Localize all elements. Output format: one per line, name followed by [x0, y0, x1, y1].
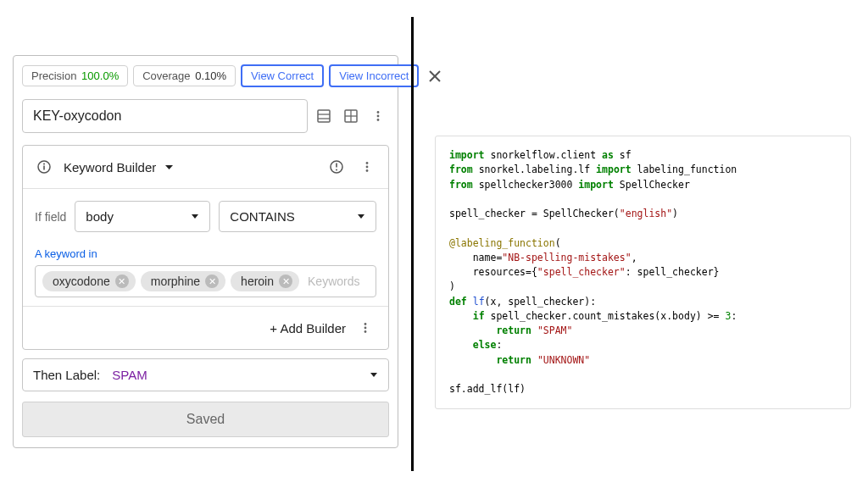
svg-rect-0	[318, 110, 330, 122]
add-more-icon[interactable]	[354, 317, 376, 339]
then-label-select[interactable]: Then Label: SPAM	[22, 358, 389, 391]
svg-rect-11	[43, 166, 45, 170]
precision-value: 100.0%	[81, 69, 119, 82]
view-correct-button[interactable]: View Correct	[241, 64, 324, 87]
svg-point-20	[364, 330, 367, 333]
warning-info-icon[interactable]	[326, 156, 348, 178]
keyword-builder: Keyword Builder If field body	[22, 145, 389, 350]
keywords-placeholder: Keywords	[304, 274, 359, 288]
builder-title: Keyword Builder	[64, 160, 156, 175]
chip-label: heroin	[241, 274, 274, 288]
svg-point-15	[366, 162, 369, 164]
field-select[interactable]: body	[75, 201, 210, 232]
chip-remove-icon[interactable]: ✕	[205, 274, 219, 288]
chip-remove-icon[interactable]: ✕	[115, 274, 129, 288]
svg-point-7	[377, 115, 380, 118]
info-icon[interactable]	[33, 156, 55, 178]
then-label-value: SPAM	[112, 368, 358, 382]
keyword-chip: oxycodone ✕	[42, 271, 136, 291]
precision-label: Precision	[31, 69, 76, 82]
chevron-down-icon[interactable]	[164, 163, 174, 172]
view-incorrect-button[interactable]: View Incorrect	[329, 64, 419, 87]
keywords-input[interactable]: oxycodone ✕ morphine ✕ heroin ✕ Keywords	[35, 265, 376, 297]
coverage-metric: Coverage 0.10%	[133, 65, 236, 86]
chevron-down-icon	[370, 371, 378, 380]
if-field-label: If field	[35, 210, 66, 224]
more-icon[interactable]	[367, 105, 389, 127]
grid-view-icon[interactable]	[340, 105, 362, 127]
chip-label: morphine	[151, 274, 200, 288]
metrics-row: Precision 100.0% Coverage 0.10% View Cor…	[22, 64, 389, 87]
chip-label: oxycodone	[53, 274, 110, 288]
keyword-chip: heroin ✕	[231, 271, 299, 291]
keyword-chip: morphine ✕	[141, 271, 225, 291]
svg-point-16	[366, 166, 369, 169]
chip-remove-icon[interactable]: ✕	[279, 274, 292, 288]
coverage-value: 0.10%	[195, 69, 226, 82]
svg-rect-13	[336, 164, 337, 168]
operator-value: CONTAINS	[230, 209, 294, 224]
chevron-down-icon	[357, 213, 365, 221]
add-builder-button[interactable]: + Add Builder	[270, 321, 346, 336]
svg-point-14	[336, 169, 337, 171]
lf-builder-card: Precision 100.0% Coverage 0.10% View Cor…	[13, 55, 398, 448]
list-view-icon[interactable]	[313, 105, 335, 127]
svg-point-10	[43, 164, 45, 165]
code-snippet: import snorkelflow.client as sf from sno…	[435, 136, 851, 409]
keyword-in-link[interactable]: A keyword in	[35, 247, 97, 260]
field-value: body	[86, 209, 114, 224]
svg-point-8	[377, 119, 380, 121]
chevron-down-icon	[191, 213, 199, 221]
svg-point-19	[364, 327, 367, 330]
svg-point-17	[366, 169, 369, 172]
svg-point-6	[377, 111, 380, 114]
svg-point-18	[364, 323, 367, 325]
coverage-label: Coverage	[142, 69, 190, 82]
builder-more-icon[interactable]	[356, 156, 378, 178]
lf-name-input[interactable]	[22, 99, 308, 133]
saved-button[interactable]: Saved	[22, 402, 389, 437]
then-label-text: Then Label:	[33, 368, 100, 382]
operator-select[interactable]: CONTAINS	[219, 201, 376, 232]
precision-metric: Precision 100.0%	[22, 65, 128, 86]
